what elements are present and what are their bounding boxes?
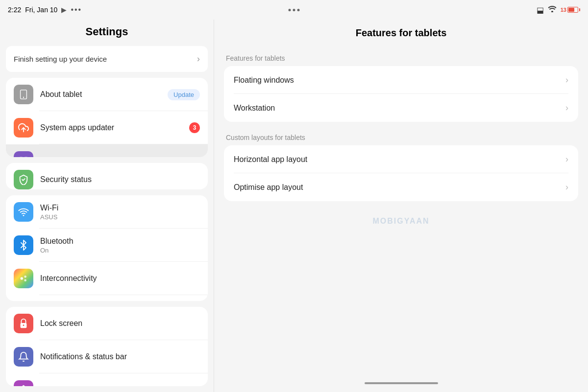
svg-point-11: [24, 276, 26, 278]
dot2: [293, 9, 295, 11]
about-tablet-content: About tablet: [40, 90, 168, 99]
home-screen-label: Home screen: [40, 386, 200, 386]
grid-icon: [18, 156, 29, 157]
main-layout: Settings Finish setting up your device ›…: [0, 20, 588, 392]
sidebar-item-security[interactable]: Security status: [6, 163, 208, 189]
right-panel-content: Features for tablets Floating windows › …: [214, 46, 588, 378]
home-screen-icon-wrap: [14, 380, 33, 386]
horizontal-app-layout-chevron: ›: [565, 154, 568, 164]
workstation-chevron: ›: [565, 103, 568, 113]
settings-group-1: About tablet Update System apps updater …: [6, 78, 208, 157]
sidebar-item-about-tablet[interactable]: About tablet Update: [6, 78, 208, 111]
update-badge: Update: [168, 89, 200, 100]
svg-point-12: [24, 279, 26, 281]
scroll-indicator-wrap: [214, 378, 588, 392]
home-icon: [18, 385, 29, 386]
tablet-icon: [18, 89, 29, 100]
wifi-status-icon: [548, 5, 557, 14]
sidebar-item-system-apps[interactable]: System apps updater 3: [6, 111, 208, 144]
workstation-item[interactable]: Workstation ›: [224, 94, 578, 122]
security-label: Security status: [40, 175, 200, 184]
svg-point-3: [23, 97, 24, 98]
upload-icon: [18, 122, 29, 133]
home-screen-content: Home screen: [40, 386, 200, 386]
settings-group-3: Wi-Fi ASUS Bluetooth On: [6, 195, 208, 301]
horizontal-app-layout-item[interactable]: Horizontal app layout ›: [224, 145, 578, 173]
security-content: Security status: [40, 175, 200, 184]
interconnectivity-label: Interconnectivity: [40, 274, 200, 283]
svg-point-16: [23, 324, 24, 326]
features-content: Features for tablets: [40, 157, 200, 157]
sidebar-item-features-tablets[interactable]: Features for tablets: [6, 144, 208, 157]
finish-setup-chevron: ›: [197, 54, 200, 64]
right-panel: Features for tablets Features for tablet…: [214, 20, 588, 392]
optimise-app-layout-item[interactable]: Optimise app layout ›: [224, 173, 578, 201]
status-right: ⬓ 13: [537, 5, 580, 15]
lock-screen-content: Lock screen: [40, 319, 200, 328]
bluetooth-subtitle: On: [40, 247, 200, 254]
sidebar-item-bluetooth[interactable]: Bluetooth On: [6, 229, 208, 262]
dot3: [297, 9, 300, 11]
floating-windows-item[interactable]: Floating windows ›: [224, 66, 578, 94]
bluetooth-content: Bluetooth On: [40, 237, 200, 254]
optimise-app-layout-chevron: ›: [565, 182, 568, 192]
finish-setup-banner[interactable]: Finish setting up your device ›: [6, 46, 208, 72]
wifi-icon-wrap: [14, 202, 33, 222]
sidebar-item-lock-screen[interactable]: Lock screen: [6, 307, 208, 340]
features-card: Floating windows › Workstation ›: [224, 66, 578, 122]
system-apps-content: System apps updater: [40, 123, 189, 132]
system-apps-badge: 3: [189, 122, 200, 133]
shield-icon: [18, 174, 29, 185]
status-center-dots: [289, 9, 300, 11]
wifi-label: Wi-Fi: [40, 204, 200, 212]
settings-group-4: Lock screen Notifications & status bar: [6, 307, 208, 386]
workstation-label: Workstation: [234, 104, 275, 113]
date: Fri, Jan 10: [25, 6, 57, 14]
custom-layouts-card: Horizontal app layout › Optimise app lay…: [224, 145, 578, 201]
sidebar-item-more-connectivity[interactable]: More connectivity options: [6, 295, 208, 301]
battery-tip: [579, 8, 580, 11]
status-left: 2:22 Fri, Jan 10 ▶ •••: [8, 5, 82, 14]
features-icon-wrap: [14, 151, 33, 157]
notification-icon: [18, 351, 29, 362]
settings-group-2: Security status: [6, 163, 208, 189]
more-icon: •••: [71, 5, 82, 14]
watermark: MOBIGYAAN: [224, 209, 578, 233]
interconnectivity-content: Interconnectivity: [40, 274, 200, 283]
system-apps-icon-wrap: [14, 118, 33, 138]
battery-fill: [568, 8, 574, 12]
sidebar-item-interconnectivity[interactable]: Interconnectivity: [6, 262, 208, 295]
sidebar-item-wifi[interactable]: Wi-Fi ASUS: [6, 195, 208, 229]
sidebar-title: Settings: [0, 20, 214, 46]
time: 2:22: [8, 6, 21, 14]
battery-indicator: 13: [561, 7, 580, 13]
scroll-indicator: [365, 382, 438, 384]
lock-screen-icon-wrap: [14, 314, 33, 333]
lock-icon: [18, 318, 29, 329]
svg-point-10: [21, 277, 24, 280]
notifications-label: Notifications & status bar: [40, 352, 200, 361]
interconnectivity-icon: [18, 273, 29, 284]
lock-screen-label: Lock screen: [40, 319, 200, 328]
sidebar-item-notifications[interactable]: Notifications & status bar: [6, 340, 208, 373]
wifi-icon: [18, 207, 29, 217]
features-tablets-label: Features for tablets: [40, 157, 200, 157]
svg-point-9: [23, 215, 24, 216]
bluetooth-icon-wrap: [14, 235, 33, 255]
finish-setup-text: Finish setting up your device: [14, 55, 107, 63]
notifications-icon-wrap: [14, 347, 33, 367]
wifi-subtitle: ASUS: [40, 213, 200, 221]
status-bar: 2:22 Fri, Jan 10 ▶ ••• ⬓ 13: [0, 0, 588, 20]
floating-windows-chevron: ›: [565, 75, 568, 85]
sidebar-item-home-screen[interactable]: Home screen: [6, 373, 208, 386]
about-tablet-icon-wrap: [14, 85, 33, 104]
about-tablet-label: About tablet: [40, 90, 168, 99]
bluetooth-status-icon: ⬓: [537, 5, 544, 15]
horizontal-app-layout-label: Horizontal app layout: [234, 155, 307, 164]
play-icon: ▶: [61, 6, 67, 14]
optimise-app-layout-label: Optimise app layout: [234, 183, 303, 192]
system-apps-label: System apps updater: [40, 123, 189, 132]
dot1: [289, 9, 291, 11]
right-panel-title: Features for tablets: [214, 20, 588, 46]
floating-windows-label: Floating windows: [234, 76, 294, 85]
